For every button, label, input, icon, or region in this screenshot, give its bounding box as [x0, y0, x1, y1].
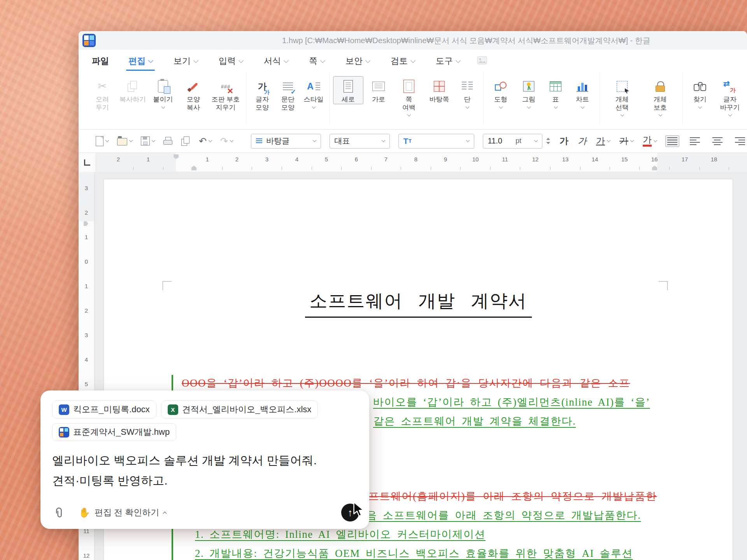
underline-button[interactable]: 가	[596, 136, 610, 145]
page-margin-button[interactable]: 쪽 여백	[394, 76, 424, 116]
attachment-chip-docx[interactable]: W 킥오프_미팅록.docx	[52, 401, 156, 418]
mouse-cursor	[351, 501, 366, 518]
new-document-button[interactable]	[96, 136, 109, 146]
font-family-select[interactable]: TT	[398, 134, 474, 149]
find-button[interactable]: 찾기	[686, 76, 714, 108]
format-copy-button[interactable]: 모양 복사	[178, 76, 209, 112]
open-folder-icon	[117, 138, 127, 145]
ruler-number: 14	[592, 156, 598, 163]
char-shape-icon: 가가	[254, 77, 270, 95]
cut-button[interactable]: ✂ 오려 두기	[87, 76, 117, 112]
font-size-input[interactable]: 11.0 pt	[483, 134, 542, 149]
replace-icon: ⇄가	[722, 77, 738, 95]
bold-button[interactable]: 가	[559, 136, 568, 145]
menu-tab-input[interactable]: 입력	[217, 50, 244, 72]
copy-icon	[124, 77, 141, 95]
ruler-number: 3	[79, 332, 94, 338]
prompt-line: 견적·미팅록 반영하고.	[52, 471, 358, 491]
copy-button[interactable]: 복사하기	[117, 76, 148, 104]
word-file-icon: W	[59, 404, 69, 415]
paste-button[interactable]: 붙이기	[148, 76, 178, 108]
chevron-down-icon	[465, 105, 469, 108]
clear-control-marks-button[interactable]: ###✕ 조판 부호 지우기	[209, 76, 243, 112]
print-preview-button[interactable]	[181, 136, 190, 145]
menu-file[interactable]: 파일	[92, 55, 109, 67]
style-button[interactable]: A 스타일	[301, 76, 326, 108]
horizontal-ruler[interactable]: 21123456789101112131415161718	[79, 153, 747, 172]
ruler-number: 2	[117, 156, 120, 163]
align-left-icon	[690, 137, 700, 145]
object-protect-button[interactable]: 개체 보호	[641, 76, 679, 116]
chevron-down-icon	[105, 138, 109, 142]
attachment-chip-hwp[interactable]: 표준계약서_SW개발.hwp	[52, 423, 176, 441]
paragraph-style-select[interactable]: 바탕글	[251, 134, 321, 149]
ruler-tick	[550, 167, 551, 170]
tab-selector[interactable]	[79, 153, 96, 172]
menu-tab-edit[interactable]: 편집	[127, 50, 154, 72]
columns-icon	[459, 77, 475, 95]
print-icon	[163, 137, 173, 145]
menu-tab-format[interactable]: 서식	[262, 50, 289, 72]
chevron-down-icon	[407, 113, 411, 117]
landscape-button[interactable]: 가로	[363, 76, 394, 104]
chart-button[interactable]: 차트	[568, 76, 596, 108]
ruler-number: 7	[384, 156, 388, 163]
ruler-number: 12	[532, 156, 539, 163]
table-icon	[547, 77, 564, 95]
open-button[interactable]	[117, 136, 132, 145]
ruler-tick	[312, 167, 312, 170]
font-color-button[interactable]: 가	[643, 135, 657, 147]
chevron-down-icon	[466, 138, 470, 142]
picture-button[interactable]: 그림	[515, 76, 543, 108]
undo-icon: ↶	[199, 136, 207, 146]
menu-tab-review[interactable]: 검토	[389, 50, 416, 72]
portrait-button[interactable]: 세로	[333, 76, 363, 104]
font-tt-icon: TT	[403, 137, 412, 145]
ruler-number: 15	[621, 156, 628, 163]
confirm-before-edit-toggle[interactable]: ✋ 편집 전 확인하기	[79, 507, 166, 518]
align-center-button[interactable]	[710, 135, 724, 147]
chevron-down-icon	[534, 138, 538, 142]
top-margin-marker[interactable]	[84, 221, 88, 226]
paste-icon	[155, 77, 171, 95]
chevron-down-icon	[152, 138, 156, 142]
shapes-button[interactable]: 도형	[487, 76, 515, 108]
ruler-tick	[163, 167, 163, 170]
align-right-button[interactable]	[733, 135, 747, 147]
prompt-input[interactable]: 엘리바이오 백오피스 솔루션 개발 계약서 만들어줘. 견적·미팅록 반영하고.	[52, 450, 358, 491]
align-justify-button[interactable]	[665, 135, 679, 147]
style-lines-icon	[256, 138, 262, 144]
attach-paperclip-icon[interactable]	[52, 506, 64, 519]
redo-button[interactable]: ↷	[220, 136, 233, 146]
menu-tab-security[interactable]: 보안	[344, 50, 371, 72]
menu-tab-view[interactable]: 보기	[172, 50, 199, 72]
picture-menu-icon[interactable]	[477, 56, 487, 66]
menu-tab-page[interactable]: 쪽	[307, 50, 326, 72]
menu-tab-tools[interactable]: 도구	[434, 50, 461, 72]
char-shape-button[interactable]: 가가 글자 모양	[249, 76, 275, 112]
para-shape-button[interactable]: ✓ 문단 모양	[275, 76, 301, 112]
object-select-button[interactable]: 개체 선택	[603, 76, 641, 116]
print-button[interactable]	[163, 137, 173, 145]
save-icon	[141, 136, 150, 145]
table-button[interactable]: 표	[543, 76, 568, 108]
replace-button[interactable]: ⇄가 글자 바꾸기	[714, 76, 746, 116]
print-preview-icon	[181, 136, 190, 145]
master-page-button[interactable]: 바탕쪽	[424, 76, 454, 104]
picture-icon	[521, 77, 537, 95]
strikethrough-button[interactable]: 가	[619, 136, 633, 145]
columns-button[interactable]: 단	[454, 76, 480, 108]
align-left-button[interactable]	[688, 135, 702, 147]
chevron-down-icon	[620, 113, 624, 117]
font-preset-select[interactable]: 대표	[330, 134, 390, 149]
paragraph-shape-icon: ✓	[280, 77, 296, 95]
ruler-tick	[401, 167, 401, 170]
undo-button[interactable]: ↶	[199, 136, 212, 146]
titlebar[interactable]: 1.hwp [C:₩Mac₩Home₩Desktop₩inline₩문서 서식 …	[79, 31, 747, 50]
attachment-chip-xlsx[interactable]: X 견적서_엘리바이오_백오피스.xlsx	[161, 401, 318, 418]
italic-button[interactable]: 가	[578, 136, 587, 145]
font-size-stepper[interactable]	[546, 138, 550, 144]
ruler-number: 2	[79, 209, 94, 216]
save-button[interactable]	[141, 136, 155, 145]
master-page-icon	[431, 77, 447, 95]
